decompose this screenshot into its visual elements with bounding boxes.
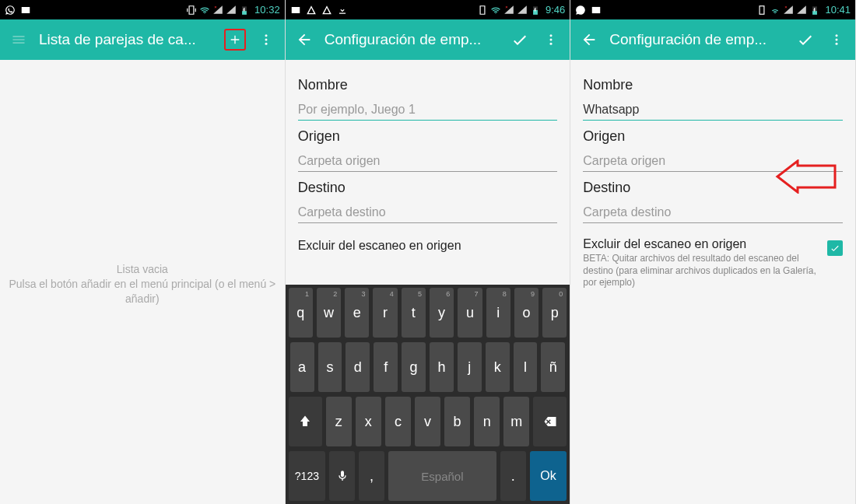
confirm-icon[interactable] bbox=[795, 29, 816, 51]
exclude-desc: BETA: Quitar archivos del resultado del … bbox=[583, 253, 821, 289]
exclude-checkbox[interactable] bbox=[827, 240, 843, 256]
status-left bbox=[5, 5, 31, 16]
signal-1-icon: × bbox=[503, 5, 514, 16]
vibrate-icon bbox=[477, 5, 488, 16]
key-z[interactable]: z bbox=[326, 397, 352, 446]
svg-point-1 bbox=[265, 34, 267, 37]
key-t[interactable]: 5t bbox=[402, 288, 426, 338]
key-s[interactable]: s bbox=[318, 342, 342, 392]
key-dot[interactable]: . bbox=[500, 451, 526, 501]
signal-1-icon: × bbox=[783, 5, 794, 16]
status-time: 10:32 bbox=[254, 4, 280, 16]
svg-point-2 bbox=[265, 39, 267, 41]
key-b[interactable]: b bbox=[444, 397, 470, 446]
key-k[interactable]: k bbox=[486, 342, 510, 392]
key-u[interactable]: 7u bbox=[458, 288, 482, 338]
key-backspace[interactable] bbox=[533, 397, 567, 446]
destino-input[interactable] bbox=[583, 201, 843, 223]
overflow-menu-icon[interactable] bbox=[826, 29, 847, 51]
key-g[interactable]: g bbox=[402, 342, 426, 392]
nombre-input[interactable] bbox=[583, 98, 843, 121]
nombre-label: Nombre bbox=[583, 77, 843, 93]
origen-label: Origen bbox=[298, 128, 558, 145]
content-area: Lista vacia Pulsa el botón añadir en el … bbox=[0, 60, 285, 504]
key-p[interactable]: 0p bbox=[542, 288, 567, 338]
key-w[interactable]: 2w bbox=[317, 288, 341, 338]
key-v[interactable]: v bbox=[415, 397, 440, 446]
svg-point-10 bbox=[835, 34, 837, 37]
add-button[interactable] bbox=[224, 29, 246, 51]
key-ok[interactable]: Ok bbox=[530, 451, 567, 501]
empty-line1: Lista vacia bbox=[5, 262, 280, 277]
appbar-title: Configuración de emp... bbox=[325, 31, 500, 48]
key-symbols[interactable]: ?123 bbox=[289, 451, 326, 501]
battery-icon bbox=[809, 5, 820, 16]
key-a[interactable]: a bbox=[290, 342, 314, 392]
key-q[interactable]: 1q bbox=[289, 288, 313, 338]
download-icon bbox=[337, 5, 348, 16]
nombre-label: Nombre bbox=[298, 77, 558, 93]
landscape-icon bbox=[20, 5, 31, 16]
key-h[interactable]: h bbox=[430, 342, 454, 392]
key-d[interactable]: d bbox=[346, 342, 370, 392]
svg-text:×: × bbox=[214, 5, 216, 9]
statusbar: × 9:46 bbox=[286, 0, 570, 19]
status-time: 9:46 bbox=[546, 4, 565, 16]
svg-rect-8 bbox=[760, 5, 765, 14]
back-icon[interactable] bbox=[578, 29, 600, 51]
exclude-row: Excluir del escaneo en origen BETA: Quit… bbox=[583, 237, 843, 289]
nombre-input[interactable] bbox=[298, 98, 558, 121]
svg-point-11 bbox=[835, 39, 837, 41]
content-area: Nombre Origen Destino Excluir del escane… bbox=[570, 60, 855, 504]
key-y[interactable]: 6y bbox=[430, 288, 454, 338]
key-mic[interactable] bbox=[329, 451, 355, 501]
whatsapp-icon bbox=[5, 5, 16, 16]
key-l[interactable]: l bbox=[514, 342, 538, 392]
signal-2-icon bbox=[226, 5, 237, 16]
screen-list: × 10:32 Lista de parejas de ca... Lista … bbox=[0, 0, 286, 504]
battery-icon bbox=[530, 5, 541, 16]
menu-icon[interactable] bbox=[8, 29, 30, 51]
wifi-icon bbox=[490, 5, 501, 16]
key-o[interactable]: 9o bbox=[514, 288, 539, 338]
screen-config-filled: × 10:41 Configuración de emp... Nombre O… bbox=[570, 0, 856, 504]
key-f[interactable]: f bbox=[374, 342, 398, 392]
key-shift[interactable] bbox=[289, 397, 322, 446]
key-space[interactable]: Español bbox=[388, 451, 496, 501]
svg-point-7 bbox=[550, 43, 553, 45]
appbar: Lista de parejas de ca... bbox=[0, 19, 285, 60]
appbar-title: Configuración de emp... bbox=[609, 31, 785, 48]
origen-input[interactable] bbox=[298, 149, 558, 172]
statusbar: × 10:41 bbox=[570, 0, 855, 19]
warning-icon bbox=[321, 5, 332, 16]
wifi-icon bbox=[199, 5, 210, 16]
status-left bbox=[575, 5, 602, 16]
key-r[interactable]: 4r bbox=[373, 288, 397, 338]
whatsapp-icon bbox=[575, 5, 586, 16]
overflow-menu-icon[interactable] bbox=[540, 29, 562, 51]
key-n[interactable]: n bbox=[474, 397, 500, 446]
status-left bbox=[290, 5, 348, 16]
status-right: × 10:32 bbox=[186, 4, 280, 16]
key-m[interactable]: m bbox=[503, 397, 529, 446]
wifi-icon bbox=[770, 5, 781, 16]
svg-point-12 bbox=[835, 43, 837, 45]
key-i[interactable]: 8i bbox=[486, 288, 510, 338]
appbar: Configuración de emp... bbox=[570, 19, 855, 60]
key-enye[interactable]: ñ bbox=[541, 342, 565, 392]
destino-input[interactable] bbox=[298, 201, 558, 223]
svg-point-6 bbox=[550, 39, 553, 41]
key-c[interactable]: c bbox=[385, 397, 411, 446]
key-x[interactable]: x bbox=[356, 397, 381, 446]
key-e[interactable]: 3e bbox=[345, 288, 369, 338]
back-icon[interactable] bbox=[293, 29, 315, 51]
key-comma[interactable]: , bbox=[359, 451, 384, 501]
screen-config-empty: × 9:46 Configuración de emp... Nombre Or… bbox=[286, 0, 571, 504]
vibrate-icon bbox=[756, 5, 767, 16]
status-time: 10:41 bbox=[825, 4, 851, 16]
status-right: × 10:41 bbox=[756, 4, 851, 16]
key-j[interactable]: j bbox=[458, 342, 482, 392]
confirm-icon[interactable] bbox=[509, 29, 531, 51]
warning-icon bbox=[306, 5, 317, 16]
overflow-menu-icon[interactable] bbox=[255, 29, 277, 51]
